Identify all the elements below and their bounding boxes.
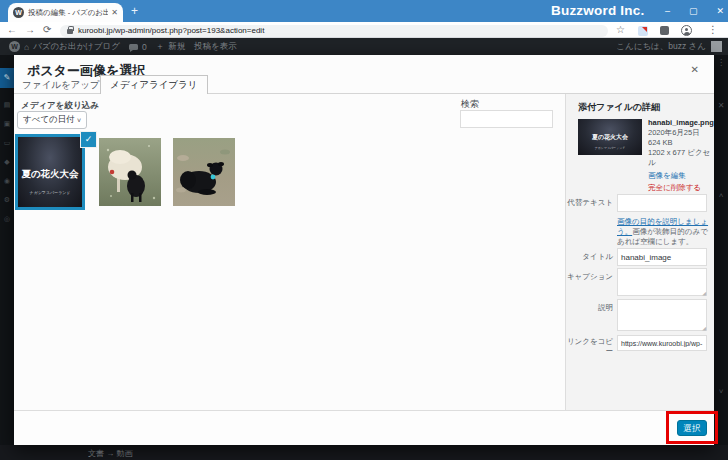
alt-help-text: 画像の目的を説明しましょう。画像が装飾目的のみであれば空欄にします。 <box>617 217 709 247</box>
tab-media-library[interactable]: メディアライブラリ <box>100 75 208 94</box>
lock-icon <box>67 29 73 34</box>
poster-subtitle-text: ナガシマスパーランド <box>18 190 82 195</box>
dim-close-icon: ✕ <box>714 101 728 110</box>
caption-label: キャプション <box>566 272 613 281</box>
tab-close-icon[interactable]: ✕ <box>111 8 118 17</box>
delete-permanently-link[interactable]: 完全に削除する <box>648 183 712 193</box>
media-item-hanabi-poster[interactable]: 夏の花火大会 ナガシマスパーランド <box>15 134 85 210</box>
reload-icon[interactable]: ⟳ <box>43 24 51 35</box>
bookmark-star-icon[interactable]: ☆ <box>616 24 625 35</box>
description-label: 説明 <box>566 303 613 312</box>
plus-icon: ＋ <box>156 41 165 53</box>
wp-menu-icons: ▤ ▣ ▭ ◆ ◉ ⚙ ◎ <box>0 95 14 228</box>
editor-options-icon: ⋮ <box>714 58 728 67</box>
breadcrumb: 文書 → 動画 <box>88 448 132 459</box>
comment-count[interactable]: 0 <box>142 42 147 52</box>
copy-link-input[interactable] <box>617 335 707 351</box>
date-filter-select[interactable]: すべての日付 ˅ <box>17 111 87 129</box>
attachment-details-heading: 添付ファイルの詳細 <box>578 101 660 114</box>
title-input[interactable] <box>617 248 707 266</box>
annotation-highlight-box <box>666 411 718 444</box>
active-menu-posts-icon[interactable]: ✎ <box>0 68 14 88</box>
minimize-icon[interactable]: – <box>665 6 670 16</box>
hanabi-poster-thumbnail: 夏の花火大会 ナガシマスパーランド <box>18 137 82 207</box>
title-label: タイトル <box>566 252 613 261</box>
modal-footer <box>14 410 714 445</box>
browser-menu-icon[interactable]: ⋮ <box>708 24 718 35</box>
alt-text-input[interactable] <box>617 194 707 212</box>
media-item-black-lamb-photo[interactable] <box>173 138 235 206</box>
copy-link-label: リンクをコピー <box>566 337 613 355</box>
wp-admin-menu: ✎ ▤ ▣ ▭ ◆ ◉ ⚙ ◎ <box>0 55 14 445</box>
attachment-thumb-title: 夏の花火大会 <box>578 133 642 142</box>
avatar <box>711 41 722 52</box>
sheep-photo-thumbnail <box>99 138 161 206</box>
attachment-size: 624 KB <box>648 138 712 148</box>
attachment-thumb-subtitle: ナガシマスパーランド <box>578 146 642 150</box>
media-item-sheep-photo[interactable] <box>99 138 161 206</box>
window-title: Buzzword Inc. <box>551 3 644 18</box>
tab-title: 投稿の編集 - バズのお出かけブログ <box>28 8 108 18</box>
admin-bar-new[interactable]: 新規 <box>168 41 185 53</box>
profile-icon[interactable] <box>681 25 692 36</box>
panel-chevron-down-icon: ˅ <box>714 387 728 396</box>
edit-image-link[interactable]: 画像を編集 <box>648 171 712 181</box>
new-tab-button[interactable]: + <box>131 4 138 18</box>
selected-check-icon[interactable]: ✓ <box>81 132 96 147</box>
browser-titlebar: W 投稿の編集 - バズのお出かけブログ ✕ + Buzzword Inc. –… <box>0 0 728 22</box>
panel-chevron-up-icon: ˄ <box>714 191 728 200</box>
browser-tab[interactable]: W 投稿の編集 - バズのお出かけブログ ✕ <box>8 3 123 22</box>
admin-bar-greeting[interactable]: こんにちは、buzz さん <box>616 41 706 53</box>
page-right-edge: ⋮ ✕ ˄ ˅ <box>714 55 728 445</box>
forward-icon[interactable]: → <box>25 24 35 35</box>
screen: W 投稿の編集 - バズのお出かけブログ ✕ + Buzzword Inc. –… <box>0 0 728 460</box>
extension-dark-icon[interactable] <box>660 26 669 35</box>
description-textarea[interactable] <box>617 299 707 331</box>
maximize-icon[interactable]: ▢ <box>689 6 698 16</box>
back-icon[interactable]: ← <box>7 24 17 35</box>
black-lamb-thumbnail <box>173 138 235 206</box>
media-modal: ポスター画像を選択 ✕ ファイルをアップロード メディアライブラリ メディアを絞… <box>14 55 714 445</box>
attachment-filename: hanabi_image.png <box>648 118 712 128</box>
admin-bar-view-post[interactable]: 投稿を表示 <box>194 41 237 53</box>
attachment-dimensions: 1202 x 677 ピクセル <box>648 148 712 168</box>
modal-close-icon[interactable]: ✕ <box>691 64 699 75</box>
admin-bar-site-name[interactable]: バズのお出かけブログ <box>33 41 120 53</box>
wordpress-logo-icon[interactable]: W <box>9 41 20 52</box>
attachment-thumbnail: 夏の花火大会 ナガシマスパーランド <box>578 119 642 155</box>
wp-admin-bar: W ⌂ バズのお出かけブログ 0 ＋ 新規 投稿を表示 こんにちは、buzz さ… <box>0 38 728 55</box>
chevron-down-icon: ˅ <box>77 117 81 124</box>
comments-icon <box>129 44 138 50</box>
search-input[interactable] <box>460 110 553 128</box>
attachment-date: 2020年6月25日 <box>648 128 712 138</box>
extension-icon[interactable] <box>638 26 648 36</box>
poster-title-text: 夏の花火大会 <box>18 168 82 181</box>
caption-textarea[interactable] <box>617 268 707 296</box>
date-filter-value: すべての日付 <box>23 114 75 126</box>
url-text: kuroobi.jp/wp-admin/post.php?post=193&ac… <box>78 26 264 35</box>
wordpress-favicon-icon: W <box>13 7 24 18</box>
alt-text-label: 代替テキスト <box>566 198 613 207</box>
attachment-details-sidebar: 添付ファイルの詳細 夏の花火大会 ナガシマスパーランド hanabi_image… <box>565 94 714 410</box>
window-close-icon[interactable]: ✕ <box>716 6 724 16</box>
address-bar[interactable]: kuroobi.jp/wp-admin/post.php?post=193&ac… <box>60 25 608 37</box>
home-icon: ⌂ <box>24 42 29 52</box>
